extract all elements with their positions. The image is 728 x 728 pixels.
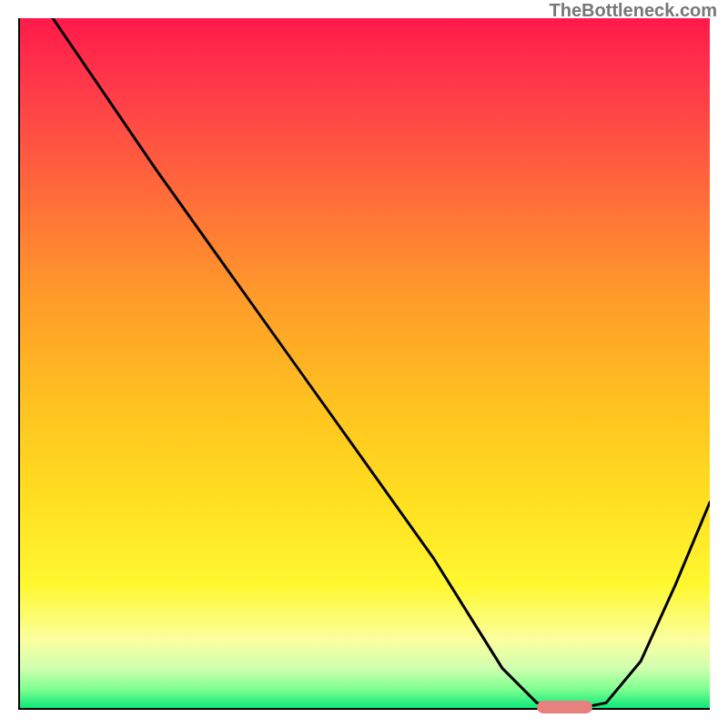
watermark-text: TheBottleneck.com — [550, 0, 717, 21]
optimal-range-marker — [537, 701, 592, 713]
bottleneck-curve — [18, 18, 710, 710]
bottleneck-chart: TheBottleneck.com — [0, 0, 728, 728]
